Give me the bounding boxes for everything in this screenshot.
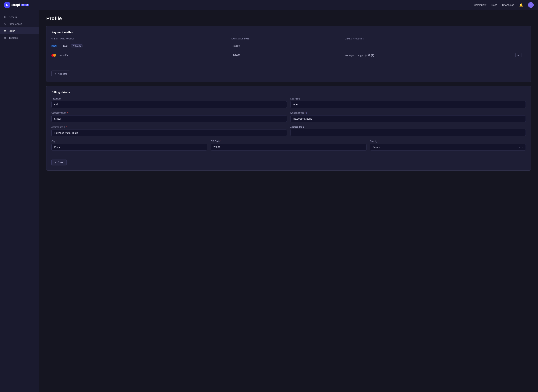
col-card-number: CREDIT CARD NUMBER [51,37,231,42]
company-input[interactable] [51,115,287,122]
notification-icon[interactable]: 🔔 [519,3,523,7]
topnav: S strapi CLOUD Community Docs Changelog … [0,0,538,10]
zip-input[interactable] [211,144,366,150]
address1-label: Address line 1 * [51,126,287,128]
address2-input[interactable] [290,129,526,136]
save-checkmark-icon: ✓ [55,161,57,164]
card-options-button[interactable]: ··· [515,53,521,58]
company-label: Company name * [51,112,287,114]
form-group-email: Email address * ℹ [290,112,526,122]
last-name-input[interactable] [290,101,526,108]
company-required: * [67,112,68,114]
sidebar-item-invoices[interactable]: ▦ Invoices [0,34,39,41]
zip-required: * [220,140,221,143]
action-col-2: ··· [515,50,526,61]
add-card-icon: ＋ [54,72,57,75]
email-label: Email address * ℹ [290,112,526,114]
visa-logo: VISA [51,45,57,47]
form-group-company: Company name * [51,112,287,122]
avatar[interactable]: T [528,2,534,8]
sidebar-item-preferences[interactable]: ◎ Preferences [0,20,39,27]
linked-project-info-icon: ℹ [363,37,365,40]
last-name-label: Last name [290,98,526,100]
form-group-zip: ZIP Code * [211,140,366,150]
form-row-company-email: Company name * Email address * ℹ [51,112,526,122]
billing-details-title: Billing details [51,91,526,94]
logo-text: strapi [11,3,20,7]
form-row-city-zip-country: City * ZIP Code * Country * [51,140,526,150]
card-dots-2: ···· [59,54,62,57]
linked-project-1: - [345,42,515,50]
form-row-name: First name Last name [51,98,526,108]
form-group-address1: Address line 1 * [51,126,287,136]
form-group-city: City * [51,140,207,150]
country-clear-button[interactable]: ✕ [519,146,521,149]
docs-link[interactable]: Docs [491,4,497,6]
linked-project-2: myproject1, myproject2 (2) [345,50,515,61]
email-input[interactable] [290,115,526,122]
card-number-cell-1: VISA ···· 4242 PRIMARY [51,42,231,50]
changelog-link[interactable]: Changelog [502,4,514,6]
community-link[interactable]: Community [474,4,487,6]
billing-icon: ▤ [4,29,7,33]
form-divider [51,154,526,154]
address2-label: Address line 2 [290,126,526,128]
expiration-2: 12/2029 [231,50,345,61]
city-label: City * [51,140,207,143]
first-name-input[interactable] [51,101,287,108]
logo-area: S strapi CLOUD [4,2,29,8]
page-title: Profile [46,16,531,21]
primary-badge: PRIMARY [71,44,83,47]
email-required: * [305,112,305,114]
table-row: VISA ···· 4242 PRIMARY 12/2029 - [51,42,526,50]
layout: ⊞ General ◎ Preferences ▤ Billing ▦ Invo… [0,0,538,392]
billing-details-card: Billing details First name Last name Com… [46,86,531,171]
table-row: ···· 4444 12/2029 myproject1, myproject2… [51,50,526,61]
card-number-cell-2: ···· 4444 [51,50,231,61]
logo-icon: S [4,2,10,8]
col-linked-project: LINKED PROJECT ℹ [345,37,515,42]
sidebar-item-label-general: General [9,16,17,19]
city-input[interactable] [51,144,207,150]
cloud-badge: CLOUD [21,4,29,6]
topnav-right: Community Docs Changelog 🔔 T [474,2,534,8]
add-card-button[interactable]: ＋ Add card [51,70,70,77]
form-group-last-name: Last name [290,98,526,108]
action-col-1 [515,42,526,50]
main-content: Profile Payment method CREDIT CARD NUMBE… [39,10,538,392]
card-dots-1: ···· [58,45,61,47]
payment-method-card: Payment method CREDIT CARD NUMBER EXPIRA… [46,26,531,82]
address1-input[interactable] [51,130,287,136]
invoices-icon: ▦ [4,36,7,39]
first-name-label: First name [51,98,287,100]
sidebar-item-general[interactable]: ⊞ General [0,14,39,20]
zip-label: ZIP Code * [211,140,366,143]
payment-method-title: Payment method [51,31,526,34]
general-icon: ⊞ [4,15,7,19]
country-label: Country * [370,140,526,143]
country-required: * [378,140,379,143]
country-select[interactable]: France Germany Spain United Kingdom Unit… [370,144,526,150]
form-group-address2: Address line 2 [290,126,526,136]
col-actions [515,37,526,42]
save-button[interactable]: ✓ Save [51,159,67,165]
col-expiration: EXPIRATION DATE [231,37,345,42]
country-select-wrapper: France Germany Spain United Kingdom Unit… [370,144,526,150]
payment-table: CREDIT CARD NUMBER EXPIRATION DATE LINKE… [51,37,526,61]
form-row-address: Address line 1 * Address line 2 [51,126,526,136]
address1-required: * [66,126,67,128]
card-last4-1: 4242 [63,45,68,47]
sidebar-item-label-billing: Billing [9,29,15,32]
add-card-label: Add card [58,73,67,75]
sidebar-item-billing[interactable]: ▤ Billing [0,27,39,34]
save-label: Save [58,161,63,164]
sidebar-item-label-invoices: Invoices [9,37,18,39]
expiration-1: 12/2029 [231,42,345,50]
form-group-first-name: First name [51,98,287,108]
sidebar-item-label-preferences: Preferences [9,23,22,25]
preferences-icon: ◎ [4,22,7,26]
sidebar: ⊞ General ◎ Preferences ▤ Billing ▦ Invo… [0,10,39,392]
mastercard-logo [51,54,56,57]
city-required: * [56,140,57,143]
form-group-country: Country * France Germany Spain United Ki… [370,140,526,150]
